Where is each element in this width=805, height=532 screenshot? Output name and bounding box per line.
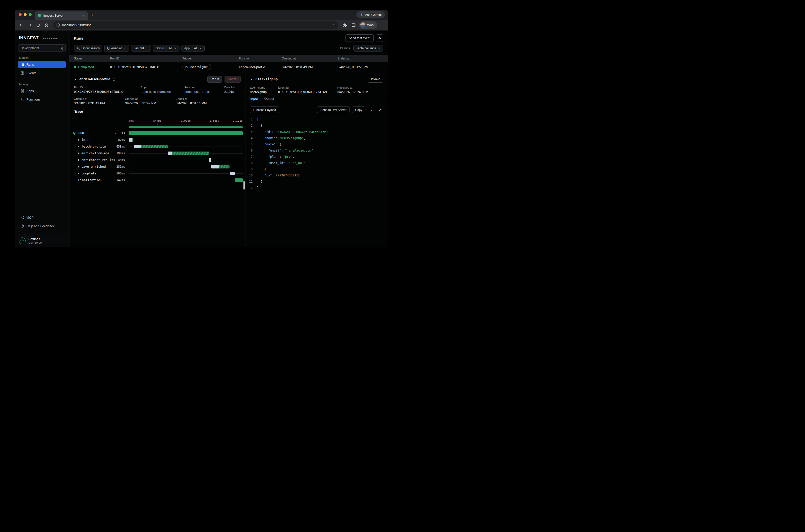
trace-row[interactable]: init87ms	[73, 136, 243, 143]
close-window-button[interactable]	[19, 13, 22, 16]
tab-input[interactable]: Input	[250, 97, 259, 103]
cancel-button[interactable]: Cancel	[225, 76, 241, 82]
ended-at-cell: 3/4/2026, 8:31:51 PM	[338, 65, 383, 69]
trace-bar[interactable]	[235, 178, 243, 182]
trace-row[interactable]: enrich-from-api798ms	[73, 150, 243, 156]
run-status-cell: Completed	[74, 65, 110, 69]
table-columns-button[interactable]: Table columns	[354, 45, 383, 52]
zoom-window-button[interactable]	[29, 13, 32, 16]
ask-gemini-button[interactable]: Ask Gemini	[356, 11, 385, 18]
sidebar-item-runs[interactable]: Runs	[18, 61, 66, 68]
home-button[interactable]	[42, 21, 51, 29]
expand-arrow-icon[interactable]	[78, 166, 79, 168]
trace-row[interactable]: fetch-profile658ms	[73, 143, 243, 150]
trace-row[interactable]: Finalization147ms	[73, 177, 243, 184]
trace-bar[interactable]	[168, 152, 209, 155]
trace-tick: 547ms	[153, 119, 162, 122]
trace-bar[interactable]	[129, 138, 133, 141]
settings-gear-button[interactable]: ⚙	[376, 34, 383, 42]
event-name-value: user/signup	[250, 90, 278, 94]
sidebar-item-label: Help and Feedback	[26, 224, 55, 228]
trace-row[interactable]: Run2.191s	[73, 130, 243, 136]
event-id-label: Event ID	[278, 86, 337, 89]
run-detail-header: enrich-user-profile Rerun Cancel	[70, 76, 245, 82]
panel-scrollbar[interactable]	[243, 181, 245, 190]
show-search-button[interactable]: Show search	[74, 45, 102, 52]
status-filter[interactable]: Status All	[153, 45, 180, 52]
function-payload-chip[interactable]: Function Payload	[250, 107, 279, 113]
sidebar-item-label: Apps	[26, 89, 34, 93]
minimize-window-button[interactable]	[24, 13, 26, 16]
trace-bar[interactable]	[209, 158, 211, 162]
trace-step-label: save-enriched351ms	[73, 165, 129, 169]
select-chevrons-icon	[60, 46, 63, 50]
sidebar-item-help[interactable]: Help and Feedback	[18, 223, 66, 230]
sidebar-item-events[interactable]: Events	[18, 70, 66, 77]
app-filter[interactable]: App All	[182, 45, 205, 52]
trigger-badge[interactable]: user/signup	[183, 64, 211, 70]
tab-output[interactable]: Output	[264, 97, 275, 103]
new-tab-button[interactable]: +	[88, 13, 97, 17]
manage-section-label: Manage	[19, 82, 65, 86]
table-row[interactable]: Completed 01KJXSYPZYB6TH2DSDSYETWN1X use…	[70, 62, 388, 72]
trace-label-spacer	[73, 124, 129, 126]
status-dot-icon	[74, 66, 76, 68]
trace-bar-segment-hatch	[219, 165, 229, 169]
trace-bar[interactable]	[211, 165, 229, 169]
expand-arrow-icon[interactable]	[78, 146, 79, 148]
browser-tab-bar: Inngest Server × + Ask Gemini	[15, 10, 388, 20]
trace-bar[interactable]	[230, 172, 235, 175]
event-meta: Event name user/signup Event ID 01KJXSYP…	[245, 82, 388, 94]
tab-trace[interactable]: Trace	[74, 110, 83, 116]
back-button[interactable]	[17, 21, 25, 29]
sidebar-item-functions[interactable]: Functions	[18, 96, 66, 103]
trace-row[interactable]: save-enriched351ms	[73, 163, 243, 170]
run-id-value: 01KJXSYPZYB6TH2DSDSYETWN1X	[74, 90, 141, 94]
side-panel-button[interactable]	[350, 21, 357, 29]
settings-footer[interactable]: </> Settings Dev Server	[15, 234, 69, 247]
copy-button[interactable]: Copy	[352, 107, 366, 113]
queued-at-filter[interactable]: Queued at	[104, 45, 129, 52]
expand-button[interactable]	[377, 107, 383, 113]
trace-step-name: init	[81, 138, 89, 141]
word-wrap-button[interactable]	[368, 107, 374, 113]
external-link-icon[interactable]	[113, 78, 116, 81]
collapse-chevron-icon[interactable]	[250, 78, 253, 81]
send-to-dev-server-button[interactable]: Send to Dev Server	[317, 107, 350, 113]
dev-server-badge: DEV SERVER	[41, 37, 58, 40]
column-header-trigger: Trigger	[183, 57, 239, 60]
bookmark-star-icon[interactable]: ☆	[332, 23, 335, 27]
site-info-icon[interactable]	[56, 23, 60, 27]
collapse-chevron-icon[interactable]	[74, 78, 77, 81]
reload-button[interactable]	[34, 21, 42, 29]
browser-tab[interactable]: Inngest Server ×	[35, 12, 88, 20]
trace-bar[interactable]	[134, 145, 168, 148]
browser-menu-button[interactable]: ⋮	[379, 23, 385, 27]
expand-arrow-icon[interactable]	[78, 152, 79, 154]
main-content: Runs Send test event ⚙ Show search Queue…	[70, 31, 388, 247]
expand-arrow-icon[interactable]	[78, 159, 79, 161]
app-link[interactable]: trace-docs-examples	[141, 90, 184, 94]
trace-lane	[129, 163, 243, 170]
profile-chip[interactable]: Work	[359, 21, 377, 29]
extensions-button[interactable]	[341, 21, 349, 29]
address-bar[interactable]: localhost:8288/runs ☆	[53, 21, 339, 29]
send-test-event-button[interactable]: Send test event	[345, 34, 374, 42]
sidebar-item-apps[interactable]: Apps	[18, 87, 66, 95]
close-tab-icon[interactable]: ×	[82, 14, 86, 18]
rerun-button[interactable]: Rerun	[207, 76, 222, 82]
trace-step-duration: 2.191s	[114, 131, 125, 135]
sidebar-item-mcp[interactable]: MCP	[18, 214, 66, 221]
time-range-filter[interactable]: Last 3d	[131, 45, 151, 52]
trace-row[interactable]: complete100ms	[73, 170, 243, 177]
environment-select[interactable]: Development	[18, 44, 66, 52]
expand-arrow-icon[interactable]	[78, 172, 79, 174]
forward-button[interactable]	[26, 21, 34, 29]
invoke-button[interactable]: Invoke	[368, 76, 383, 82]
expand-arrow-icon[interactable]	[78, 139, 79, 141]
run-id-label: Run ID	[74, 86, 141, 89]
function-link[interactable]: enrich-user-profile	[184, 90, 224, 94]
trace-row[interactable]: enrichment-results43ms	[73, 156, 243, 163]
trace-tick: 2.191s	[233, 119, 243, 122]
trace-bar[interactable]	[129, 131, 243, 135]
